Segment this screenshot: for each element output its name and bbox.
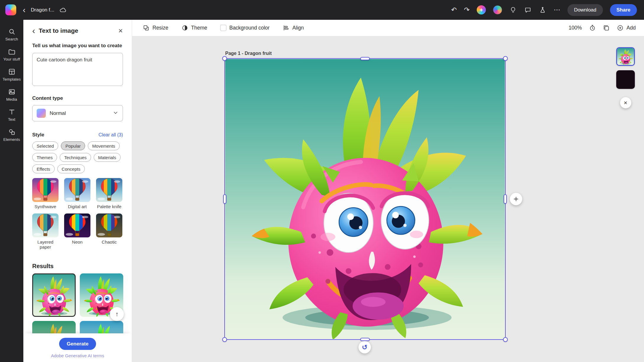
add-button[interactable]: Add: [617, 25, 636, 31]
chip-selected[interactable]: Selected: [32, 141, 58, 150]
document-title[interactable]: Dragon f...: [31, 7, 54, 13]
add-page-button[interactable]: [510, 193, 522, 205]
panel-footer: Generate Adobe Generative AI terms: [23, 333, 132, 362]
text-to-image-panel: ‹ Text to image ✕ Tell us what image you…: [23, 20, 132, 362]
style-grid: Synthwave Digital art Palette knife Laye…: [32, 178, 123, 254]
canvas-image[interactable]: [225, 59, 505, 339]
result-thumbnail-1[interactable]: [32, 273, 76, 317]
style-filter-chips: Selected Popular Movements Themes Techni…: [32, 141, 123, 173]
pages-icon: [603, 25, 610, 31]
redo-button[interactable]: ↷: [464, 6, 470, 13]
align-button[interactable]: Align: [283, 25, 304, 31]
resize-icon: [143, 25, 150, 31]
style-tile-palette-knife[interactable]: Palette knife: [96, 178, 122, 213]
style-label: Style: [32, 132, 44, 138]
scroll-to-top-button[interactable]: ↑: [110, 307, 124, 321]
search-icon: [8, 28, 16, 35]
cloud-sync-icon[interactable]: [59, 6, 67, 14]
comment-icon[interactable]: [524, 6, 532, 14]
sidebar-item-text[interactable]: Text: [1, 105, 23, 125]
avatar[interactable]: [493, 5, 502, 14]
chip-techniques[interactable]: Techniques: [60, 153, 91, 162]
history-button[interactable]: [589, 25, 596, 31]
chip-effects[interactable]: Effects: [32, 164, 55, 173]
back-icon[interactable]: ‹: [22, 6, 26, 14]
resize-handle-top-right[interactable]: [503, 56, 508, 61]
style-tile-chaotic[interactable]: Chaotic: [96, 213, 122, 254]
background-color-swatch: [220, 25, 226, 31]
generative-ai-terms-link[interactable]: Adobe Generative AI terms: [51, 353, 104, 358]
resize-handle-top-left[interactable]: [222, 56, 227, 61]
pages-rail-close-button[interactable]: ✕: [620, 97, 631, 108]
folder-icon: [8, 48, 16, 56]
left-rail: Search Your stuff Templates Media Text E…: [0, 20, 23, 362]
style-tile-neon[interactable]: Neon: [64, 213, 90, 254]
resize-handle-bottom-left[interactable]: [222, 337, 227, 342]
plus-icon: [513, 196, 519, 202]
results-label: Results: [32, 263, 123, 270]
zoom-level[interactable]: 100%: [569, 25, 582, 31]
canvas-toolbar: Resize Theme Background color Align 100%…: [132, 20, 644, 36]
align-icon: [283, 25, 289, 31]
resize-handle-bottom-right[interactable]: [503, 337, 508, 342]
top-bar: ‹ Dragon f... ↶ ↷ + ⋯ Download Share: [0, 0, 644, 20]
content-type-label: Content type: [32, 95, 123, 101]
sidebar-item-label: Media: [6, 97, 17, 102]
adobe-express-logo[interactable]: [5, 4, 16, 15]
text-icon: [8, 108, 16, 116]
chip-concepts[interactable]: Concepts: [57, 164, 85, 173]
lightbulb-icon[interactable]: [509, 6, 517, 14]
chip-materials[interactable]: Materials: [94, 153, 121, 162]
more-options-icon[interactable]: ⋯: [554, 6, 560, 13]
style-tile-synthwave[interactable]: Synthwave: [32, 178, 59, 213]
resize-handle-left[interactable]: [223, 194, 226, 204]
resize-button[interactable]: Resize: [143, 25, 168, 31]
adobe-express-app: ‹ Dragon f... ↶ ↷ + ⋯ Download Share: [0, 0, 644, 362]
sidebar-item-templates[interactable]: Templates: [1, 65, 23, 85]
style-tile-layered-paper[interactable]: Layered paper: [32, 213, 59, 254]
chip-themes[interactable]: Themes: [32, 153, 57, 162]
create-new-button[interactable]: +: [477, 5, 486, 14]
page-label[interactable]: Page 1 - Dragon fruit: [225, 51, 272, 56]
pages-button[interactable]: [603, 25, 610, 31]
chip-movements[interactable]: Movements: [88, 141, 120, 150]
sidebar-item-elements[interactable]: Elements: [1, 125, 23, 145]
sidebar-item-label: Your stuff: [3, 57, 20, 61]
pages-rail: ✕: [616, 47, 635, 108]
undo-button[interactable]: ↶: [451, 6, 457, 13]
clear-all-link[interactable]: Clear all (3): [98, 132, 123, 138]
page-2-thumbnail[interactable]: [616, 70, 635, 89]
add-icon: [617, 25, 624, 31]
resize-handle-top[interactable]: [360, 57, 370, 60]
rotate-button[interactable]: ↺: [359, 341, 371, 353]
generate-button[interactable]: Generate: [59, 338, 96, 350]
page-1-thumbnail[interactable]: [616, 47, 635, 66]
content-type-thumbnail: [37, 109, 46, 118]
download-button[interactable]: Download: [567, 4, 603, 16]
share-button[interactable]: Share: [610, 4, 637, 16]
resize-handle-right[interactable]: [504, 194, 507, 204]
sidebar-item-label: Elements: [3, 137, 20, 142]
chip-popular[interactable]: Popular: [61, 141, 85, 150]
theme-button[interactable]: Theme: [181, 25, 207, 31]
history-icon: [589, 25, 596, 31]
sidebar-item-label: Text: [8, 117, 15, 122]
chevron-down-icon: [113, 110, 119, 117]
media-icon: [8, 88, 16, 96]
panel-back-button[interactable]: ‹: [32, 27, 35, 35]
sidebar-item-media[interactable]: Media: [1, 85, 23, 105]
background-color-button[interactable]: Background color: [220, 25, 270, 31]
content-type-dropdown[interactable]: Normal: [32, 105, 123, 121]
elements-icon: [8, 128, 16, 136]
resize-handle-bottom[interactable]: [360, 338, 370, 341]
style-tile-digital-art[interactable]: Digital art: [64, 178, 90, 213]
content-type-value: Normal: [50, 110, 109, 116]
sidebar-item-search[interactable]: Search: [1, 25, 23, 45]
canvas-artboard[interactable]: [225, 59, 505, 339]
prompt-input[interactable]: Cute cartoon dragon fruit: [32, 53, 123, 86]
sidebar-item-your-stuff[interactable]: Your stuff: [1, 45, 23, 65]
panel-close-button[interactable]: ✕: [118, 27, 123, 34]
sidebar-item-label: Search: [5, 37, 18, 41]
sidebar-item-label: Templates: [3, 77, 21, 81]
beaker-icon[interactable]: [539, 6, 546, 14]
